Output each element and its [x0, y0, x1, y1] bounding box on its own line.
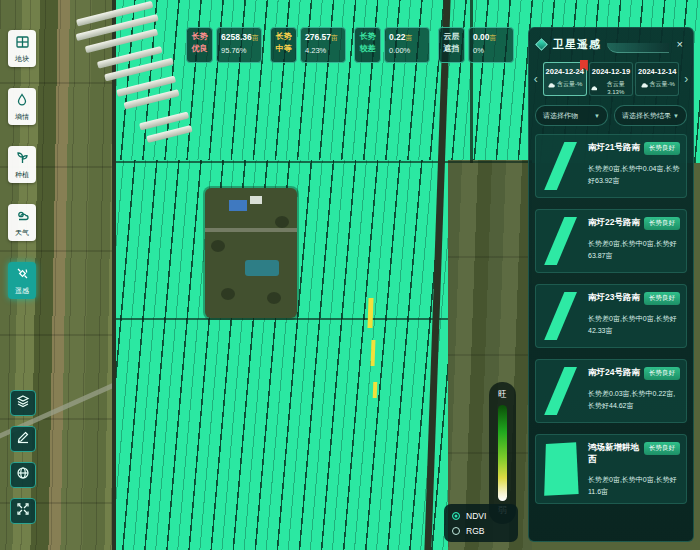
radio-icon — [452, 527, 460, 535]
stat-label-line2: 中等 — [271, 43, 296, 55]
parcel-card[interactable]: 鸿场新增耕地西长势良好 长势差0亩,长势中0亩,长势好11.6亩 — [535, 434, 687, 504]
sidebar-item-weather[interactable]: 天气 — [8, 204, 36, 241]
map-tools — [10, 390, 36, 524]
radio-icon — [452, 512, 460, 520]
parcel-card-body: 南圩21号路南长势良好 长势差0亩,长势中0.04亩,长势好63.92亩 — [586, 135, 686, 197]
field-shape — [540, 215, 582, 267]
parcel-thumbnail — [536, 435, 586, 503]
layers-icon — [16, 394, 30, 412]
field-boundary-line — [112, 161, 532, 163]
date-tab[interactable]: 2024-12-19 含云量3.13% — [589, 62, 633, 96]
fullscreen-button[interactable] — [10, 498, 36, 524]
parcel-card[interactable]: 南圩21号路南长势良好 长势差0亩,长势中0.04亩,长势好63.92亩 — [535, 134, 687, 198]
rgb-radio-option[interactable]: RGB — [452, 526, 510, 536]
greenhouse-row — [146, 125, 192, 143]
sidebar-item-remote-sensing[interactable]: 遥感 — [8, 262, 36, 299]
parcel-thumbnail — [536, 285, 586, 347]
parcel-name: 南圩22号路南 — [588, 217, 640, 229]
date-tab[interactable]: 2024-12-24 含云量-% — [543, 62, 587, 96]
growth-status-badge: 长势良好 — [644, 442, 680, 455]
panel-title: 卫星遥感 — [553, 37, 601, 52]
weak-growth-patch — [373, 382, 378, 398]
road — [470, 0, 473, 163]
tab-cloud-amount: 含云量-% — [557, 80, 582, 89]
stat-unit: 亩 — [406, 34, 413, 41]
white-roof-building — [250, 196, 262, 204]
stat-label-line2: 优良 — [187, 43, 212, 55]
ndvi-radio-option[interactable]: NDVI — [452, 511, 510, 521]
field-shape — [540, 440, 582, 498]
growth-status-badge: 长势良好 — [644, 217, 680, 230]
stat-label: 长势 中等 — [270, 27, 297, 63]
crop-select[interactable]: 请选择作物 ▼ — [535, 105, 608, 126]
sidebar-item-plots[interactable]: 地块 — [8, 30, 36, 67]
tab-date: 2024-12-24 — [544, 67, 586, 76]
close-icon[interactable]: × — [675, 38, 685, 50]
cloud-icon — [590, 85, 597, 91]
trees — [267, 292, 281, 304]
stat-value: 0.00 — [473, 32, 490, 42]
stat-value-box: 276.57亩 4.23% — [300, 27, 346, 63]
prev-arrow-icon[interactable]: ‹ — [531, 72, 541, 86]
parcel-card[interactable]: 南圩24号路南长势良好 长势差0.03亩,长势中0.22亩,长势好44.62亩 — [535, 359, 687, 423]
filters-row: 请选择作物 ▼ 请选择长势结果 ▼ — [529, 98, 693, 130]
stat-value-box: 0.00亩 0% — [468, 27, 514, 63]
parcel-growth-detail: 长势差0亩,长势中0.04亩,长势好63.92亩 — [588, 163, 680, 186]
layers-button[interactable] — [10, 390, 36, 416]
sidebar-item-soil-moisture[interactable]: 墒情 — [8, 88, 36, 125]
layer-toggle: NDVI RGB — [444, 504, 518, 542]
legend-top-label: 旺 — [498, 389, 507, 401]
ndvi-legend: 旺 弱 — [489, 382, 516, 524]
stat-label-line2: 较差 — [355, 43, 380, 55]
sidebar-item-planting[interactable]: 种植 — [8, 146, 36, 183]
chevron-down-icon: ▼ — [594, 113, 600, 119]
draw-button[interactable] — [10, 426, 36, 452]
tab-cloud-amount: 含云量3.13% — [599, 80, 632, 95]
sidebar-item-label: 遥感 — [15, 286, 29, 296]
parcel-name: 鸿场新增耕地西 — [588, 442, 641, 466]
stat-label: 长势 优良 — [186, 27, 213, 63]
select-value: 请选择作物 — [543, 111, 578, 121]
parcel-name: 南圩23号路南 — [588, 292, 640, 304]
village-area — [205, 188, 297, 318]
next-arrow-icon[interactable]: › — [681, 72, 691, 86]
parcel-growth-detail: 长势差0.03亩,长势中0.22亩,长势好44.62亩 — [588, 388, 680, 411]
stat-label-line1: 长势 — [187, 31, 212, 43]
stat-cloud-cover: 云层 遮挡 0.00亩 0% — [438, 27, 514, 63]
date-tab[interactable]: 2024-12-14 含云量-% — [635, 62, 679, 96]
field-shape — [540, 365, 582, 417]
tab-date: 2024-12-19 — [590, 67, 632, 76]
parcel-growth-detail: 长势差0亩,长势中0亩,长势好42.33亩 — [588, 313, 680, 336]
stat-growth-excellent: 长势 优良 6258.36亩 95.76% — [186, 27, 262, 63]
parcel-card[interactable]: 南圩23号路南长势良好 长势差0亩,长势中0亩,长势好42.33亩 — [535, 284, 687, 348]
pond — [245, 260, 279, 276]
growth-status-badge: 长势良好 — [644, 292, 680, 305]
growth-result-select[interactable]: 请选择长势结果 ▼ — [614, 105, 687, 126]
stat-unit: 亩 — [331, 34, 338, 41]
panel-header: 卫星遥感 × — [529, 28, 693, 58]
stat-label: 长势 较差 — [354, 27, 381, 63]
sidebar: 地块 墒情 种植 天气 遥感 — [8, 30, 36, 299]
trees — [221, 288, 235, 300]
parcel-card-body: 南圩22号路南长势良好 长势差0亩,长势中0亩,长势好63.87亩 — [586, 210, 686, 272]
parcel-growth-detail: 长势差0亩,长势中0亩,长势好11.6亩 — [588, 474, 680, 497]
stat-label-line2: 遮挡 — [439, 43, 464, 55]
parcel-card[interactable]: 南圩22号路南长势良好 长势差0亩,长势中0亩,长势好63.87亩 — [535, 209, 687, 273]
radio-label: RGB — [466, 526, 484, 536]
parcel-card-body: 鸿场新增耕地西长势良好 长势差0亩,长势中0亩,长势好11.6亩 — [586, 435, 686, 503]
growth-status-badge: 长势良好 — [644, 367, 680, 380]
growth-status-badge: 长势良好 — [644, 142, 680, 155]
pencil-icon — [16, 430, 30, 448]
date-tabs: ‹ 2024-12-24 含云量-% 2024-12-19 含云量3.13% 2… — [529, 58, 693, 98]
stat-value: 276.57 — [305, 32, 331, 42]
parcel-card-body: 南圩24号路南长势良好 长势差0.03亩,长势中0.22亩,长势好44.62亩 — [586, 360, 686, 422]
sidebar-item-label: 种植 — [15, 170, 29, 180]
stat-percent: 95.76% — [221, 46, 258, 55]
droplet-icon — [16, 92, 28, 110]
stat-unit: 亩 — [252, 34, 259, 41]
satellite-panel: 卫星遥感 × ‹ 2024-12-24 含云量-% 2024-12-19 含云量… — [528, 27, 694, 542]
sidebar-item-label: 天气 — [15, 228, 29, 238]
field-shape — [540, 140, 582, 192]
locate-button[interactable] — [10, 462, 36, 488]
sidebar-item-label: 地块 — [15, 54, 29, 64]
